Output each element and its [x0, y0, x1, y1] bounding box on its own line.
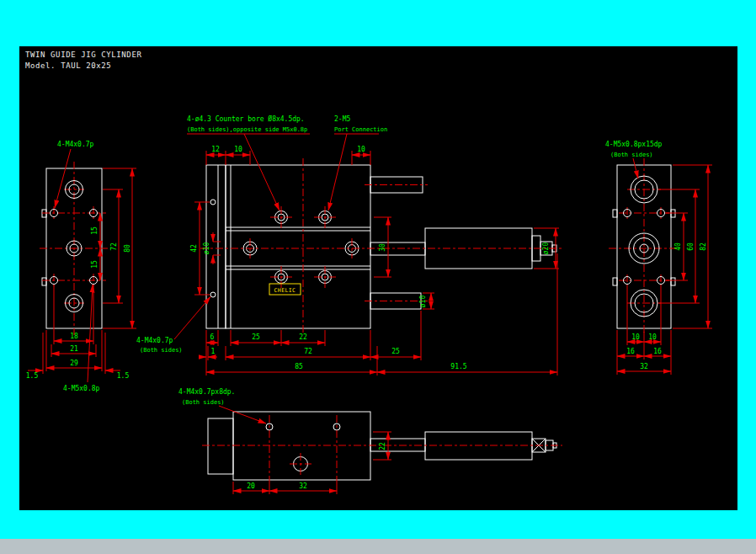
dim-text-1-5-left: 1.5 [26, 372, 39, 380]
port-note-line1: 2-M5 [334, 115, 350, 123]
dim-text-91-5: 91.5 [450, 363, 466, 370]
counterbore-note-line1: 4-ø4.3 Counter bore Ø8x4.5dp. [187, 115, 305, 123]
dim-text-1: 1 [211, 348, 216, 355]
brand-logo-text: CHELIC [274, 287, 296, 294]
drawing-model: Model. TAUL 20x25 [25, 61, 111, 70]
cad-viewport: TWIN GUIDE JIG CYLINDER Model. TAUL 20x2… [0, 0, 756, 554]
dim-text-10-right: 10 [357, 146, 365, 153]
dim-text-25-right: 25 [391, 348, 400, 355]
counterbore-note-line2: (Both sides),opposite side M5x0.8p [187, 126, 307, 133]
dim-text-dia10-rod: ø10 [419, 296, 427, 308]
thread-callout-m4x8: 4-M4x0.7px8dp. [178, 388, 235, 396]
dim-text-72: 72 [110, 242, 118, 251]
m4-callout-sub: (Both sides) [140, 347, 183, 354]
dim-text-20: 20 [247, 482, 255, 490]
dim-text-25-left: 25 [252, 333, 260, 341]
dim-text-80: 80 [124, 244, 131, 253]
m4-callout: 4-M4x0.7p [136, 337, 173, 344]
dim-text-15-upper: 15 [91, 226, 98, 235]
dim-text-30: 30 [379, 243, 386, 252]
dim-text-dia20: ø20 [542, 242, 550, 255]
thread-callout-m4: 4-M4x0.7p [57, 141, 94, 148]
dim-text-72b: 72 [304, 348, 312, 355]
dim-text-16-left: 16 [626, 348, 635, 355]
thread-callout-m5x15-sub: (Both sides) [610, 152, 653, 158]
dim-text-12: 12 [211, 146, 220, 153]
dim-text-10-right: 10 [648, 333, 657, 341]
dim-text-22: 22 [379, 442, 386, 450]
dim-text-21: 21 [70, 345, 78, 353]
dim-text-32: 32 [299, 482, 307, 490]
dim-text-16-right: 16 [653, 348, 662, 355]
dim-text-32: 32 [640, 363, 648, 370]
dim-text-6: 6 [210, 333, 215, 341]
dim-text-82: 82 [700, 242, 707, 251]
thread-callout-m5: 4-M5x0.8p [63, 385, 100, 392]
cad-window: TWIN GUIDE JIG CYLINDER Model. TAUL 20x2… [0, 0, 756, 554]
dim-text-1-5-right: 1.5 [117, 372, 130, 380]
dim-text-42: 42 [190, 244, 198, 253]
dim-text-40: 40 [674, 242, 682, 251]
dim-text-29: 29 [70, 360, 78, 367]
dim-text-22: 22 [299, 333, 307, 341]
dim-text-85: 85 [295, 363, 303, 370]
drawing-canvas[interactable] [19, 46, 737, 510]
thread-callout-m5x15: 4-M5x0.8px15dp [605, 141, 663, 148]
dim-text-10-left: 10 [234, 146, 242, 153]
dim-text-15-lower: 15 [91, 260, 98, 269]
bottom-strip [0, 539, 756, 554]
drawing-title: TWIN GUIDE JIG CYLINDER [25, 51, 141, 59]
dim-text-60: 60 [687, 242, 695, 251]
dim-text-10-left: 10 [631, 333, 640, 341]
dim-text-18: 18 [70, 333, 78, 340]
dim-text-dia10-guide: ø10 [203, 242, 210, 255]
port-note-line2: Port Connection [334, 126, 387, 133]
thread-callout-m4x8-sub: (Both sides) [182, 399, 225, 406]
